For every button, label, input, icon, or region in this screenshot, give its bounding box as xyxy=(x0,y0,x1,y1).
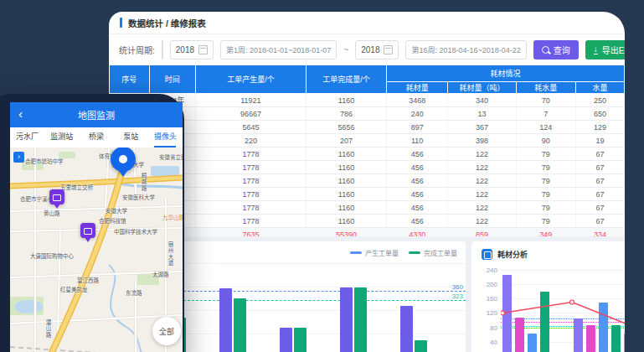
map-label: 太湖路 xyxy=(152,270,169,278)
export-excel-button[interactable]: ↓ 导出Excel xyxy=(585,40,625,60)
table-row: 177811604561227967 xyxy=(110,148,625,161)
table-cell: 7 xyxy=(516,107,575,121)
sub-col-1: 耗材量 xyxy=(387,82,448,94)
table-cell: 1160 xyxy=(307,148,387,161)
camera-pin[interactable] xyxy=(49,189,64,204)
map-label: 宿州大道 xyxy=(166,241,174,267)
period-segment-年[interactable]: 年 xyxy=(162,41,163,59)
map-label: 望江西路 xyxy=(77,276,99,284)
map-label: 黄山路 xyxy=(44,209,60,217)
year-end-value: 2018 xyxy=(361,45,379,54)
map-label: 东流路 xyxy=(126,288,142,297)
table-cell: 79 xyxy=(516,161,575,174)
map-label: 安徽大学 xyxy=(106,206,127,215)
y-tick-label: 40 xyxy=(477,339,497,346)
table-cell: 67 xyxy=(575,188,624,201)
y-tick-label: 240 xyxy=(477,267,497,274)
map-label: 九华山路 xyxy=(162,213,183,221)
map-expand-button[interactable]: › xyxy=(13,152,24,163)
bar-完成工单量 xyxy=(234,298,246,352)
legend-item[interactable]: 完成工单量 xyxy=(409,248,457,257)
col-header-index: 序号 xyxy=(110,65,149,94)
map-label: 安徽省立医院 xyxy=(159,153,183,161)
phone-tab-摄像头[interactable]: 摄像头 xyxy=(148,127,183,148)
map-label: 红星美凯龙 xyxy=(60,285,88,293)
y-tick-label: 80 xyxy=(477,324,497,332)
table-cell: 19 xyxy=(575,134,624,148)
export-button-label: 导出Excel xyxy=(602,44,625,56)
phone-tab-污水厂[interactable]: 污水厂 xyxy=(10,127,44,148)
chart-panel-icon xyxy=(482,249,492,260)
year-start-picker[interactable]: 2018 xyxy=(170,40,214,60)
table-cell: 122 xyxy=(448,215,516,228)
breadcrumb-bar: 数据统计 / 维修报表 xyxy=(109,12,625,34)
y-tick-label: 120 xyxy=(477,309,497,317)
y-tick-label: 200 xyxy=(477,281,497,288)
phone-mockup: ‹ 地图监测 污水厂监测站桥梁泵站摄像头 xyxy=(0,94,184,352)
phone-page-title: 地图监测 xyxy=(78,108,115,122)
week-range-start[interactable]: 第1周: 2018-01-01~2018-01-07 xyxy=(220,40,337,60)
bar-产生工单量 xyxy=(340,287,353,352)
table-row: 177811604561227967 xyxy=(110,174,625,188)
table-cell: 67 xyxy=(575,215,624,228)
camera-pin[interactable] xyxy=(80,223,95,238)
table-cell: 122 xyxy=(448,188,516,201)
table-cell: 1160 xyxy=(307,174,387,188)
table-row: 96667786240137650 xyxy=(110,107,625,121)
table-cell: 5656 xyxy=(307,121,387,134)
table-cell: 456 xyxy=(387,174,448,188)
screenshot-root: { "colors":{"accent_blue":"#1B7CE8","pur… xyxy=(0,0,644,352)
table-cell: 110 xyxy=(387,134,448,148)
table-cell: 367 xyxy=(448,121,516,134)
table-cell: 124 xyxy=(516,121,575,134)
gridline xyxy=(179,287,466,287)
desktop-panel: 数据统计 / 维修报表 统计周期: 年季月周日 2018 第1周: 2018-0… xyxy=(109,12,625,352)
query-button-label: 查询 xyxy=(554,44,570,56)
legend-item[interactable]: 产生工单量 xyxy=(350,248,399,257)
table-cell: 1778 xyxy=(195,174,306,188)
col-group-consumables: 耗材情况 xyxy=(387,65,625,82)
table-cell: 1778 xyxy=(195,201,306,215)
table-cell: 129 xyxy=(575,121,624,134)
phone-tab-监测站[interactable]: 监测站 xyxy=(44,127,79,148)
consumables-chart-card: 耗材分析 2402001601208040 xyxy=(471,241,625,352)
query-button[interactable]: 查询 xyxy=(533,40,579,60)
table-cell: 1778 xyxy=(195,188,306,201)
year-end-picker[interactable]: 2018 xyxy=(355,40,399,60)
table-cell: 3468 xyxy=(387,94,448,107)
sub-col-4: 水量 xyxy=(575,82,624,94)
workorder-bar-chart: 360323 xyxy=(179,263,466,352)
consumables-chart-title: 耗材分析 xyxy=(497,249,528,260)
table-cell: 79 xyxy=(516,148,575,161)
table-cell: 456 xyxy=(387,148,448,161)
table-cell: 456 xyxy=(387,215,448,228)
table-cell: 70 xyxy=(516,94,575,107)
all-filter-button[interactable]: 全部 xyxy=(152,317,181,345)
table-cell: 250 xyxy=(575,94,624,107)
selected-camera-pin[interactable] xyxy=(111,148,136,172)
phone-tab-桥梁[interactable]: 桥梁 xyxy=(79,127,113,148)
period-label: 统计周期: xyxy=(119,44,155,56)
table-cell: 897 xyxy=(387,121,448,134)
table-cell: 1160 xyxy=(307,161,387,174)
table-cell: 240 xyxy=(387,107,448,121)
map-view[interactable]: › 合肥市琥珀中学体育馆安徽农业大学安徽省立医院桐城路五里墩立交桥安徽医科大学合… xyxy=(10,148,183,352)
workorder-chart-card: 产生工单量完成工单量 360323 xyxy=(179,241,466,352)
table-cell: 67 xyxy=(575,174,624,188)
col-header-completed: 工单完成量/个 xyxy=(307,65,387,94)
back-icon[interactable]: ‹ xyxy=(18,106,23,122)
table-cell: 1778 xyxy=(195,215,306,228)
sub-col-3: 耗水量 xyxy=(516,82,575,94)
table-row: 177811604561227967 xyxy=(110,188,625,201)
table-cell: 1160 xyxy=(307,94,387,107)
reference-line-label: 323 xyxy=(452,292,463,300)
week-range-end[interactable]: 第16周: 2018-04-16~2018-04-22 xyxy=(405,40,526,60)
table-row: 177811604561227967 xyxy=(110,201,625,215)
table-cell: 340 xyxy=(448,94,516,107)
sub-col-2: 耗材量（吨） xyxy=(448,82,516,94)
col-header-created: 工单产生量/个 xyxy=(195,65,306,94)
table-cell: 67 xyxy=(575,161,624,174)
table-cell: 79 xyxy=(516,215,575,228)
bar-完成工单量 xyxy=(354,287,367,352)
phone-tab-泵站[interactable]: 泵站 xyxy=(114,127,148,148)
